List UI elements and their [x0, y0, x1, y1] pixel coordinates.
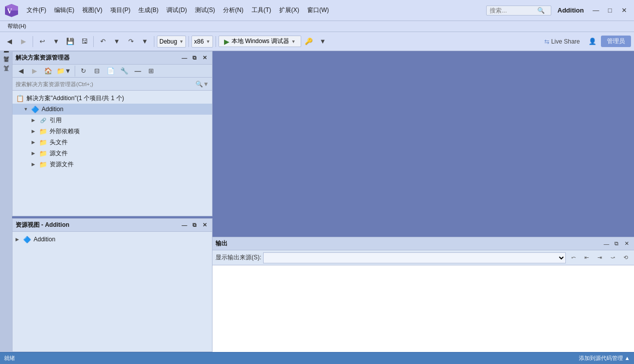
admin-button[interactable]: 管理员	[601, 36, 631, 47]
side-tab-solution[interactable]: 解决方案资源管理器	[1, 53, 12, 61]
extdep-label: 外部依赖项	[50, 127, 80, 136]
out-btn-3[interactable]: ⇥	[594, 252, 605, 263]
output-panel: 输出 — ⧉ ✕ 显示输出来源(S): ⤺ ⇤ ⇥ ⤻ ⟲	[213, 237, 634, 352]
run-arrow: ▼	[291, 39, 296, 44]
se-home[interactable]: 🏠	[42, 65, 55, 78]
output-content	[213, 265, 634, 352]
out-float-btn[interactable]: ⧉	[612, 239, 621, 248]
out-pin-btn[interactable]: —	[602, 239, 611, 248]
tb-undo-group[interactable]: ↩	[36, 35, 49, 48]
tree-ref-node[interactable]: ▶ 🔗 引用	[13, 115, 212, 126]
tb-sep-3	[154, 36, 154, 47]
se-refresh[interactable]: ↻	[77, 65, 90, 78]
title-search-input[interactable]	[490, 7, 537, 14]
tb-redo[interactable]: ↷	[124, 35, 137, 48]
tb-extra-dd[interactable]: ▼	[316, 35, 329, 48]
debug-config-combo[interactable]: Debug ▼	[157, 36, 186, 48]
menu-extensions[interactable]: 扩展(X)	[276, 5, 303, 16]
menu-edit[interactable]: 编辑(E)	[51, 5, 78, 16]
header-arrow[interactable]: ▶	[32, 140, 39, 145]
se-pin-btn[interactable]: —	[180, 54, 189, 63]
tb-back[interactable]: ◀	[3, 35, 16, 48]
menu-help[interactable]: 帮助(H)	[4, 21, 30, 32]
tb-forward[interactable]: ▶	[17, 35, 30, 48]
project-arrow[interactable]: ▼	[24, 107, 31, 112]
se-search-input[interactable]	[16, 81, 195, 87]
rv-arrow[interactable]: ▶	[16, 237, 23, 242]
run-icon: ▶	[224, 38, 230, 46]
se-grid[interactable]: ⊞	[145, 65, 158, 78]
tree-solution-node[interactable]: 📋 解决方案"Addition"(1 个项目/共 1 个)	[13, 93, 212, 104]
tb-save-all[interactable]: 🖫	[78, 35, 91, 48]
out-btn-5[interactable]: ⟲	[620, 252, 631, 263]
se-sep1	[75, 66, 75, 77]
rv-close-btn[interactable]: ✕	[200, 221, 209, 230]
tb-undo[interactable]: ↶	[96, 35, 109, 48]
extdep-arrow[interactable]: ▶	[32, 129, 39, 134]
output-source-select[interactable]	[263, 252, 566, 263]
out-btn-1[interactable]: ⤺	[568, 252, 579, 263]
rv-pin-btn[interactable]: —	[180, 221, 189, 230]
menu-project[interactable]: 项目(P)	[107, 5, 134, 16]
se-minus[interactable]: —	[131, 65, 144, 78]
tb-extra-btn[interactable]: 🔑	[302, 35, 315, 48]
tb-profile[interactable]: 👤	[586, 35, 599, 48]
se-props[interactable]: 🔧	[118, 65, 131, 78]
menu-window[interactable]: 窗口(W)	[304, 5, 332, 16]
se-forward[interactable]: ▶	[28, 65, 41, 78]
close-button[interactable]: ✕	[618, 5, 630, 17]
liveshare-label: Live Share	[551, 38, 580, 45]
side-tab-toolbox[interactable]: 工具箱	[1, 62, 12, 70]
tb-redo-dd[interactable]: ▼	[138, 35, 151, 48]
menu-view[interactable]: 视图(V)	[79, 5, 106, 16]
output-panel-header: 输出 — ⧉ ✕	[213, 237, 634, 250]
ref-icon: 🔗	[39, 116, 48, 125]
menu-debug[interactable]: 调试(D)	[163, 5, 190, 16]
menu-tools[interactable]: 工具(T)	[248, 5, 275, 16]
maximize-button[interactable]: □	[604, 5, 616, 17]
run-button[interactable]: ▶ 本地 Windows 调试器 ▼	[219, 36, 301, 47]
menu-test[interactable]: 测试(S)	[191, 5, 219, 16]
out-close-btn[interactable]: ✕	[622, 239, 631, 248]
sources-icon: 📁	[39, 149, 48, 158]
tb-save[interactable]: 💾	[64, 35, 77, 48]
se-float-btn[interactable]: ⧉	[190, 54, 199, 63]
platform-arrow: ▼	[206, 39, 210, 44]
out-btn-2[interactable]: ⇤	[581, 252, 592, 263]
tb-sep-1	[33, 36, 33, 47]
ref-arrow[interactable]: ▶	[32, 118, 39, 123]
tb-undo-arrow[interactable]: ▼	[50, 35, 63, 48]
tb-undo-dd[interactable]: ▼	[110, 35, 123, 48]
rv-float-btn[interactable]: ⧉	[190, 221, 199, 230]
tree-headers-node[interactable]: ▶ 📁 头文件	[13, 137, 212, 148]
side-tab-tools[interactable]: 工具	[1, 71, 12, 79]
rv-project-icon: 🔷	[23, 235, 32, 244]
menu-build[interactable]: 生成(B)	[135, 5, 162, 16]
se-back[interactable]: ◀	[15, 65, 28, 78]
rv-project-node[interactable]: ▶ 🔷 Addition	[13, 234, 212, 245]
platform-combo[interactable]: x86 ▼	[191, 36, 213, 48]
rv-project-label: Addition	[34, 236, 55, 243]
out-btn-4[interactable]: ⤻	[607, 252, 618, 263]
se-collapse[interactable]: ⊟	[91, 65, 104, 78]
extdep-icon: 📁	[39, 127, 48, 136]
liveshare-button[interactable]: ⇆ Live Share	[540, 37, 584, 46]
se-close-btn[interactable]: ✕	[200, 54, 209, 63]
tree-ext-deps-node[interactable]: ▶ 📁 外部依赖项	[13, 126, 212, 137]
source-arrow[interactable]: ▶	[32, 151, 39, 156]
tree-sources-node[interactable]: ▶ 📁 源文件	[13, 148, 212, 159]
tree-project-node[interactable]: ▼ 🔷 Addition	[13, 104, 212, 115]
se-toolbar: ◀ ▶ 🏠 📁▼ ↻ ⊟ 📄 🔧 — ⊞	[13, 65, 212, 78]
sources-label: 源文件	[50, 149, 68, 158]
minimize-button[interactable]: —	[590, 5, 602, 17]
menu-file[interactable]: 文件(F)	[23, 5, 50, 16]
tree-resources-node[interactable]: ▶ 📁 资源文件	[13, 159, 212, 170]
menu-analyze[interactable]: 分析(N)	[220, 5, 247, 16]
solution-explorer-panel: 解决方案资源管理器 — ⧉ ✕ ◀ ▶ 🏠 📁▼ ↻ ⊟ 📄 🔧 — ⊞	[12, 51, 213, 216]
se-new-file[interactable]: 📄	[104, 65, 117, 78]
se-folder-group[interactable]: 📁▼	[55, 65, 73, 78]
output-header-btns: — ⧉ ✕	[602, 239, 631, 248]
title-search-box[interactable]: 🔍	[486, 6, 551, 16]
se-search-bar[interactable]: 🔍▼	[13, 78, 212, 91]
resource-arrow[interactable]: ▶	[32, 162, 39, 167]
